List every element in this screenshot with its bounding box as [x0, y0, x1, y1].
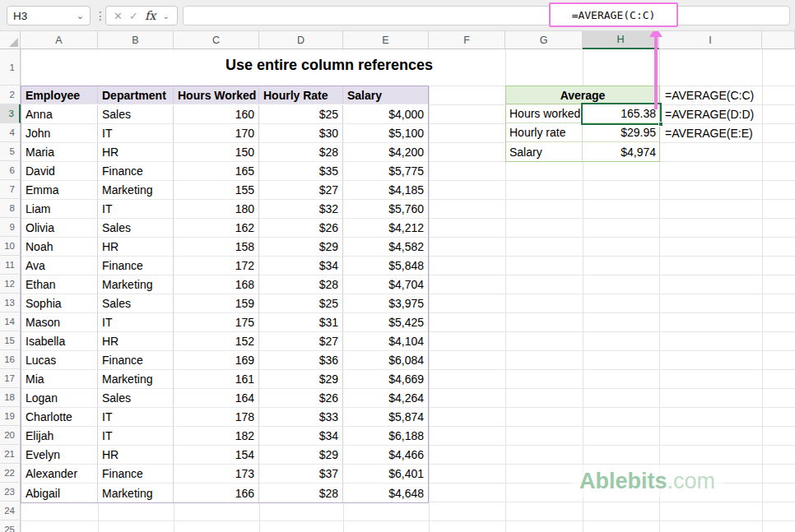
column-header-h[interactable]: H	[583, 31, 659, 49]
average-table-title[interactable]: Average	[506, 86, 659, 104]
cell[interactable]: 155	[174, 181, 259, 200]
cell[interactable]: 169	[174, 351, 259, 370]
row-header-24[interactable]: 24	[0, 502, 21, 520]
cell[interactable]: $4,200	[343, 143, 428, 162]
cell[interactable]: $28	[259, 275, 343, 294]
row-header-15[interactable]: 15	[0, 331, 21, 350]
cell[interactable]: $29	[259, 370, 343, 389]
row-header-21[interactable]: 21	[0, 445, 21, 464]
row-header-23[interactable]: 23	[0, 483, 21, 502]
fill-handle[interactable]	[658, 122, 663, 127]
cell[interactable]: 175	[174, 313, 259, 332]
cell[interactable]: HR	[98, 446, 174, 465]
cell[interactable]: Finance	[98, 351, 174, 370]
select-all-corner[interactable]	[0, 31, 21, 49]
cell[interactable]: $25	[259, 294, 343, 313]
column-header-e[interactable]: E	[343, 31, 429, 49]
cell[interactable]: $4,704	[343, 275, 428, 294]
row-header-20[interactable]: 20	[0, 426, 21, 445]
column-header-i[interactable]: I	[659, 31, 762, 49]
column-header-a[interactable]: A	[21, 31, 98, 49]
row-header-5[interactable]: 5	[0, 142, 21, 161]
row-header-14[interactable]: 14	[0, 312, 21, 331]
selected-cell-outline[interactable]	[581, 103, 662, 125]
cell[interactable]: Evelyn	[21, 446, 98, 465]
cell[interactable]: 165	[174, 162, 259, 181]
row-header-2[interactable]: 2	[0, 86, 21, 104]
cell[interactable]: Finance	[98, 162, 174, 181]
cell[interactable]: $35	[259, 162, 343, 181]
cell[interactable]: 173	[174, 465, 259, 483]
row-header-3[interactable]: 3	[0, 104, 21, 123]
cell[interactable]: Sales	[98, 105, 174, 124]
cell[interactable]: Marketing	[98, 181, 174, 200]
cell[interactable]: $4,000	[343, 105, 428, 124]
cell[interactable]: Logan	[21, 389, 98, 408]
cell[interactable]: $29	[259, 446, 343, 465]
average-label-cell[interactable]: Hours worked	[506, 104, 583, 123]
cell[interactable]: Emma	[21, 181, 98, 200]
cell[interactable]: Alexander	[21, 465, 98, 483]
row-header-7[interactable]: 7	[0, 180, 21, 199]
cell[interactable]: $4,582	[343, 238, 428, 257]
employee-table-header[interactable]: Department	[98, 86, 174, 104]
cell[interactable]: HR	[98, 332, 174, 351]
cell[interactable]: $26	[259, 389, 343, 408]
row-header-11[interactable]: 11	[0, 256, 21, 275]
row-header-9[interactable]: 9	[0, 218, 21, 237]
cell[interactable]: 182	[174, 427, 259, 446]
cell[interactable]: Isabella	[21, 332, 98, 351]
chevron-down-icon[interactable]: ⌄	[163, 12, 170, 21]
cell[interactable]: Marketing	[98, 370, 174, 389]
row-header-8[interactable]: 8	[0, 199, 21, 218]
column-header-b[interactable]: B	[98, 31, 174, 49]
cell[interactable]: 166	[174, 483, 259, 502]
cell[interactable]: 154	[174, 446, 259, 465]
cell[interactable]: $34	[259, 427, 343, 446]
cell[interactable]: 178	[174, 408, 259, 427]
cell[interactable]: Maria	[21, 143, 98, 162]
cell[interactable]: $31	[259, 313, 343, 332]
cell[interactable]: IT	[98, 427, 174, 446]
insert-function-icon[interactable]: fx	[145, 9, 156, 22]
cell[interactable]: $4,648	[343, 483, 428, 502]
cell[interactable]: 170	[174, 124, 259, 143]
cell[interactable]: HR	[98, 143, 174, 162]
cell[interactable]: HR	[98, 238, 174, 257]
chevron-down-icon[interactable]: ⌄	[77, 12, 84, 21]
cell[interactable]: Olivia	[21, 219, 98, 238]
row-header-22[interactable]: 22	[0, 464, 21, 483]
row-header-4[interactable]: 4	[0, 123, 21, 142]
cell[interactable]: $3,975	[343, 294, 428, 313]
cell[interactable]: Elijah	[21, 427, 98, 446]
cell[interactable]: $27	[259, 181, 343, 200]
cell[interactable]: 162	[174, 219, 259, 238]
cell[interactable]: $36	[259, 351, 343, 370]
cell[interactable]: Abigail	[21, 483, 98, 502]
name-box[interactable]: H3 ⌄	[7, 6, 91, 25]
cell[interactable]: 172	[174, 257, 259, 275]
row-header-12[interactable]: 12	[0, 275, 21, 294]
cell[interactable]: $4,104	[343, 332, 428, 351]
column-header-d[interactable]: D	[259, 31, 343, 49]
cell[interactable]: $4,212	[343, 219, 428, 238]
cell[interactable]: Noah	[21, 238, 98, 257]
cell[interactable]: $29	[259, 238, 343, 257]
cell[interactable]: $28	[259, 483, 343, 502]
column-header-g[interactable]: G	[505, 31, 583, 49]
row-header-17[interactable]: 17	[0, 369, 21, 388]
cell[interactable]: 160	[174, 105, 259, 124]
cell[interactable]: David	[21, 162, 98, 181]
cancel-icon[interactable]: ✕	[114, 10, 123, 22]
row-header-13[interactable]: 13	[0, 294, 21, 312]
cell[interactable]: $4,466	[343, 446, 428, 465]
cell[interactable]: $25	[259, 105, 343, 124]
cell[interactable]: Liam	[21, 200, 98, 219]
row-header-19[interactable]: 19	[0, 407, 21, 426]
cell[interactable]: Sales	[98, 294, 174, 313]
cell[interactable]: $33	[259, 408, 343, 427]
row-header-16[interactable]: 16	[0, 350, 21, 369]
cell[interactable]: Marketing	[98, 275, 174, 294]
cell[interactable]: $4,264	[343, 389, 428, 408]
cell[interactable]: Marketing	[98, 483, 174, 502]
